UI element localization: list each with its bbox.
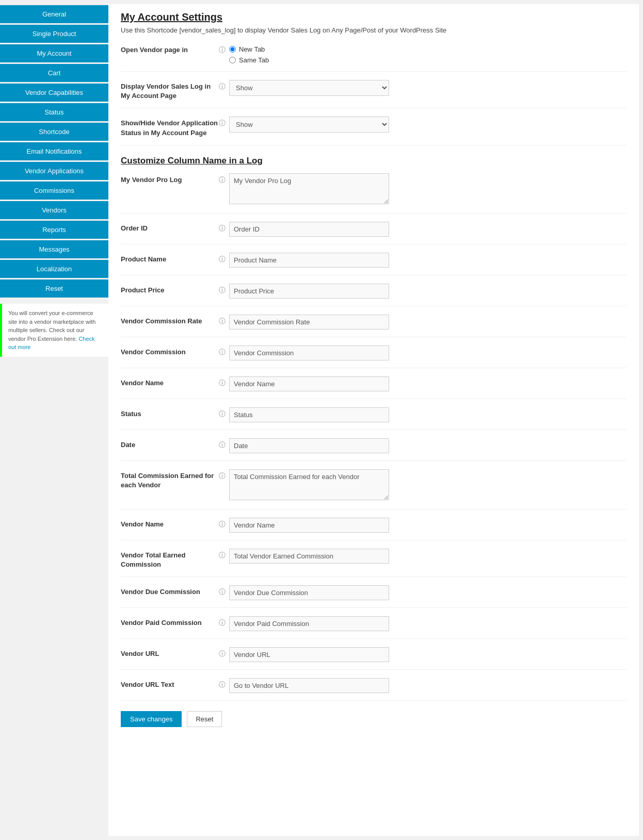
field-vendor-name-2: Vendor Name ⓘ [121, 518, 626, 540]
field-label-vendor-total-earned-commission: Vendor Total Earned Commission [121, 549, 219, 569]
input-vendor-commission[interactable] [229, 345, 389, 360]
help-icon-vendor-name-1: ⓘ [219, 376, 229, 388]
field-control-vendor-paid-commission [229, 616, 626, 631]
help-icon-status: ⓘ [219, 407, 229, 419]
field-control-status [229, 407, 626, 422]
field-label-vendor-commission-rate: Vendor Commission Rate [121, 315, 219, 326]
sidebar-item-reset[interactable]: Reset [0, 279, 108, 298]
field-vendor-name-1: Vendor Name ⓘ [121, 376, 626, 399]
input-vendor-paid-commission[interactable] [229, 616, 389, 631]
show-hide-vendor-select[interactable]: Show Hide [229, 117, 389, 133]
field-label-vendor-url-text: Vendor URL Text [121, 678, 219, 689]
field-control-total-commission-each-vendor: Total Commission Earned for each Vendor [229, 469, 626, 502]
sidebar-item-email-notifications[interactable]: Email Notifications [0, 142, 108, 160]
display-vendor-sales-select[interactable]: Show Hide [229, 80, 389, 96]
show-hide-vendor-control: Show Hide [229, 117, 626, 133]
help-icon-vendor-name-2: ⓘ [219, 518, 229, 529]
field-label-date: Date [121, 438, 219, 450]
same-tab-radio-item[interactable]: Same Tab [229, 56, 626, 64]
display-vendor-sales-label: Display Vendor Sales Log in My Account P… [121, 80, 219, 101]
sidebar-item-single-product[interactable]: Single Product [0, 25, 108, 43]
field-control-vendor-url [229, 647, 626, 662]
display-vendor-sales-field: Display Vendor Sales Log in My Account P… [121, 80, 626, 108]
new-tab-radio-item[interactable]: New Tab [229, 45, 626, 53]
input-vendor-url-text[interactable] [229, 678, 389, 693]
field-control-vendor-due-commission [229, 585, 626, 600]
sidebar-item-messages[interactable]: Messages [0, 240, 108, 258]
help-icon-vendor-paid-commission: ⓘ [219, 616, 229, 628]
sidebar-item-shortcode[interactable]: Shortcode [0, 123, 108, 141]
help-icon-vendor-commission-rate: ⓘ [219, 315, 229, 326]
field-label-order-id: Order ID [121, 222, 219, 233]
show-hide-vendor-help-icon: ⓘ [219, 117, 229, 128]
field-vendor-url-text: Vendor URL Text ⓘ [121, 678, 626, 701]
page-description: Use this Shortcode [vendor_sales_log] to… [121, 26, 626, 34]
sidebar-item-general[interactable]: General [0, 5, 108, 23]
input-product-price[interactable] [229, 284, 389, 299]
save-button[interactable]: Save changes [121, 711, 182, 727]
fields-container: My Vendor Pro Log ⓘ My Vendor Pro Log Or… [121, 173, 626, 701]
field-vendor-total-earned-commission: Vendor Total Earned Commission ⓘ [121, 549, 626, 577]
field-vendor-due-commission: Vendor Due Commission ⓘ [121, 585, 626, 608]
sidebar-item-commissions[interactable]: Commissions [0, 182, 108, 200]
sidebar-item-localization[interactable]: Localization [0, 260, 108, 278]
sidebar-item-status[interactable]: Status [0, 103, 108, 121]
help-icon-total-commission-each-vendor: ⓘ [219, 469, 229, 481]
field-total-commission-each-vendor: Total Commission Earned for each Vendor … [121, 469, 626, 509]
sidebar-item-vendor-applications[interactable]: Vendor Applications [0, 162, 108, 180]
field-control-product-name [229, 253, 626, 268]
field-label-status: Status [121, 407, 219, 419]
same-tab-radio[interactable] [229, 57, 236, 63]
new-tab-radio[interactable] [229, 46, 236, 53]
input-vendor-name-2[interactable] [229, 518, 389, 533]
help-icon-date: ⓘ [219, 438, 229, 450]
sidebar-promo: You will convert your e-commerce site in… [0, 304, 108, 357]
field-label-vendor-due-commission: Vendor Due Commission [121, 585, 219, 597]
help-icon-product-price: ⓘ [219, 284, 229, 295]
input-vendor-due-commission[interactable] [229, 585, 389, 600]
field-label-vendor-commission: Vendor Commission [121, 345, 219, 357]
input-vendor-commission-rate[interactable] [229, 315, 389, 330]
field-product-name: Product Name ⓘ [121, 253, 626, 275]
field-control-vendor-name-2 [229, 518, 626, 533]
input-product-name[interactable] [229, 253, 389, 268]
input-vendor-url[interactable] [229, 647, 389, 662]
field-control-my-vendor-pro-log: My Vendor Pro Log [229, 173, 626, 206]
help-icon-vendor-total-earned-commission: ⓘ [219, 549, 229, 560]
reset-button[interactable]: Reset [187, 711, 222, 727]
field-label-vendor-name-2: Vendor Name [121, 518, 219, 529]
sidebar-item-my-account[interactable]: My Account [0, 44, 108, 62]
sidebar-item-cart[interactable]: Cart [0, 64, 108, 82]
help-icon-order-id: ⓘ [219, 222, 229, 233]
sidebar: General Single Product My Account Cart V… [0, 0, 108, 840]
open-vendor-field: Open Vendor page in ⓘ New Tab Same Tab [121, 43, 626, 72]
field-vendor-commission: Vendor Commission ⓘ [121, 345, 626, 368]
input-vendor-name-1[interactable] [229, 376, 389, 391]
field-control-vendor-name-1 [229, 376, 626, 391]
sidebar-item-vendors[interactable]: Vendors [0, 201, 108, 219]
input-vendor-total-earned-commission[interactable] [229, 549, 389, 564]
field-label-product-name: Product Name [121, 253, 219, 264]
open-vendor-control: New Tab Same Tab [229, 43, 626, 64]
field-label-vendor-url: Vendor URL [121, 647, 219, 658]
same-tab-label: Same Tab [239, 56, 269, 64]
field-vendor-url: Vendor URL ⓘ [121, 647, 626, 670]
input-status[interactable] [229, 407, 389, 422]
help-icon-my-vendor-pro-log: ⓘ [219, 173, 229, 185]
field-control-product-price [229, 284, 626, 299]
field-control-vendor-url-text [229, 678, 626, 693]
input-total-commission-each-vendor[interactable]: Total Commission Earned for each Vendor [229, 469, 389, 500]
field-control-vendor-commission [229, 345, 626, 360]
sidebar-item-reports[interactable]: Reports [0, 221, 108, 239]
help-icon-product-name: ⓘ [219, 253, 229, 264]
field-vendor-commission-rate: Vendor Commission Rate ⓘ [121, 315, 626, 337]
field-control-order-id [229, 222, 626, 237]
page-title: My Account Settings [121, 11, 626, 23]
sidebar-item-vendor-capabilities[interactable]: Vendor Capabilities [0, 84, 108, 102]
input-my-vendor-pro-log[interactable]: My Vendor Pro Log [229, 173, 389, 204]
field-label-my-vendor-pro-log: My Vendor Pro Log [121, 173, 219, 185]
input-date[interactable] [229, 438, 389, 453]
input-order-id[interactable] [229, 222, 389, 237]
field-order-id: Order ID ⓘ [121, 222, 626, 244]
help-icon-vendor-url-text: ⓘ [219, 678, 229, 689]
